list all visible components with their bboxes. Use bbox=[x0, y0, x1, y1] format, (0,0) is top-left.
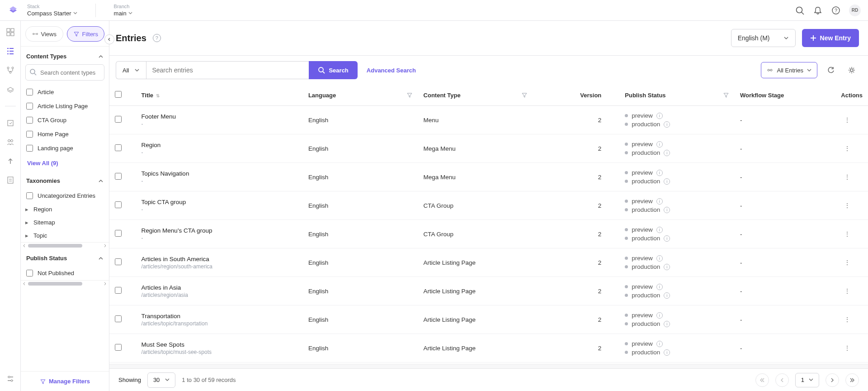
filters-tab[interactable]: Filters bbox=[67, 26, 105, 42]
app-logo[interactable] bbox=[7, 5, 19, 16]
notifications-icon[interactable] bbox=[813, 5, 823, 15]
info-icon[interactable]: i bbox=[664, 235, 670, 242]
sidebar-horizontal-scrollbar[interactable] bbox=[21, 280, 109, 286]
info-icon[interactable]: i bbox=[656, 141, 663, 148]
language-dropdown[interactable]: English (M) bbox=[731, 29, 796, 47]
info-icon[interactable]: i bbox=[656, 284, 663, 290]
row-menu-icon[interactable]: ⋮ bbox=[844, 174, 850, 181]
first-page-button[interactable] bbox=[755, 373, 769, 387]
table-row[interactable]: Topics Navigation- English Mega Menu 2 p… bbox=[109, 163, 868, 191]
advanced-search-link[interactable]: Advanced Search bbox=[367, 67, 416, 74]
sidebar-collapse-button[interactable] bbox=[104, 34, 114, 44]
table-row[interactable]: Footer Menu- English Menu 2 previewi pro… bbox=[109, 106, 868, 134]
column-content-type[interactable]: Content Type bbox=[418, 85, 533, 106]
row-menu-icon[interactable]: ⋮ bbox=[844, 316, 850, 323]
rail-dashboard-icon[interactable] bbox=[5, 27, 15, 37]
info-icon[interactable]: i bbox=[656, 227, 663, 233]
content-type-checkbox[interactable]: Landing page bbox=[21, 141, 109, 155]
publish-status-section-header[interactable]: Publish Status bbox=[21, 248, 109, 266]
content-type-checkbox[interactable]: CTA Group bbox=[21, 113, 109, 127]
content-types-section-header[interactable]: Content Types bbox=[21, 47, 109, 64]
filter-icon[interactable] bbox=[521, 92, 528, 98]
row-checkbox[interactable] bbox=[115, 173, 122, 180]
row-menu-icon[interactable]: ⋮ bbox=[844, 231, 850, 238]
rail-assets-icon[interactable] bbox=[5, 84, 15, 94]
column-language[interactable]: Language bbox=[303, 85, 418, 106]
row-checkbox[interactable] bbox=[115, 344, 122, 351]
search-type-dropdown[interactable]: All bbox=[116, 61, 146, 79]
help-icon[interactable]: ? bbox=[153, 34, 161, 42]
table-row[interactable]: Region- English Mega Menu 2 previewi pro… bbox=[109, 134, 868, 163]
content-type-checkbox[interactable]: Home Page bbox=[21, 127, 109, 141]
row-checkbox[interactable] bbox=[115, 116, 122, 123]
info-icon[interactable]: i bbox=[656, 113, 663, 119]
search-button[interactable]: Search bbox=[309, 61, 357, 79]
column-publish-status[interactable]: Publish Status bbox=[619, 85, 735, 106]
table-row[interactable]: Articles in South America/articles/regio… bbox=[109, 248, 868, 277]
info-icon[interactable]: i bbox=[664, 321, 670, 327]
table-row[interactable]: Must See Spots/articles/topic/must-see-s… bbox=[109, 334, 868, 362]
taxonomies-section-header[interactable]: Taxonomies bbox=[21, 171, 109, 189]
page-number-dropdown[interactable]: 1 bbox=[795, 373, 819, 387]
stack-dropdown[interactable]: Compass Starter bbox=[27, 10, 77, 17]
last-page-button[interactable] bbox=[845, 373, 859, 387]
refresh-button[interactable] bbox=[824, 63, 838, 77]
info-icon[interactable]: i bbox=[664, 150, 670, 156]
row-checkbox[interactable] bbox=[115, 287, 122, 294]
row-menu-icon[interactable]: ⋮ bbox=[844, 259, 850, 266]
search-input[interactable] bbox=[146, 61, 309, 79]
info-icon[interactable]: i bbox=[664, 292, 670, 299]
info-icon[interactable]: i bbox=[664, 121, 670, 128]
info-icon[interactable]: i bbox=[664, 349, 670, 356]
views-tab[interactable]: Views bbox=[25, 26, 63, 42]
row-checkbox[interactable] bbox=[115, 201, 122, 208]
table-horizontal-scrollbar[interactable] bbox=[109, 364, 868, 368]
uncategorized-checkbox[interactable]: Uncategorized Entries bbox=[21, 189, 109, 203]
table-row[interactable]: Topic CTA group- English CTA Group 2 pre… bbox=[109, 191, 868, 220]
row-menu-icon[interactable]: ⋮ bbox=[844, 202, 850, 209]
filter-icon[interactable] bbox=[723, 92, 729, 98]
all-entries-dropdown[interactable]: All Entries bbox=[761, 62, 817, 78]
taxonomy-item[interactable]: ▸Region bbox=[21, 203, 109, 216]
row-checkbox[interactable] bbox=[115, 230, 122, 237]
next-page-button[interactable] bbox=[826, 373, 839, 387]
info-icon[interactable]: i bbox=[656, 198, 663, 205]
table-row[interactable]: Region Menu's CTA group- English CTA Gro… bbox=[109, 220, 868, 248]
info-icon[interactable]: i bbox=[664, 264, 670, 270]
content-types-search-input[interactable] bbox=[25, 64, 104, 81]
not-published-checkbox[interactable]: Not Published bbox=[21, 266, 109, 280]
prev-page-button[interactable] bbox=[775, 373, 789, 387]
row-checkbox[interactable] bbox=[115, 315, 122, 322]
info-icon[interactable]: i bbox=[664, 178, 670, 185]
new-entry-button[interactable]: New Entry bbox=[802, 29, 859, 47]
row-menu-icon[interactable]: ⋮ bbox=[844, 117, 850, 124]
info-icon[interactable]: i bbox=[656, 255, 663, 262]
select-all-checkbox[interactable] bbox=[115, 91, 122, 98]
avatar[interactable]: RD bbox=[849, 5, 861, 16]
rail-branches-icon[interactable] bbox=[5, 65, 15, 75]
search-icon[interactable] bbox=[795, 5, 805, 15]
rail-publish-icon[interactable] bbox=[5, 156, 15, 166]
sidebar-horizontal-scrollbar[interactable] bbox=[21, 242, 109, 248]
rail-releases-icon[interactable] bbox=[5, 118, 15, 128]
rail-tasks-icon[interactable] bbox=[5, 175, 15, 185]
help-icon[interactable]: ? bbox=[831, 5, 841, 15]
filter-icon[interactable] bbox=[406, 92, 413, 98]
info-icon[interactable]: i bbox=[656, 170, 663, 176]
info-icon[interactable]: i bbox=[656, 312, 663, 319]
row-menu-icon[interactable]: ⋮ bbox=[844, 345, 850, 352]
content-type-checkbox[interactable]: Article Listing Page bbox=[21, 99, 109, 113]
taxonomy-item[interactable]: ▸Topic bbox=[21, 229, 109, 242]
manage-filters-button[interactable]: Manage Filters bbox=[21, 371, 109, 391]
view-all-link[interactable]: View All (9) bbox=[21, 155, 109, 171]
row-checkbox[interactable] bbox=[115, 144, 122, 151]
row-menu-icon[interactable]: ⋮ bbox=[844, 145, 850, 152]
table-row[interactable]: Transportation/articles/topic/transporta… bbox=[109, 305, 868, 334]
branch-dropdown[interactable]: main bbox=[114, 10, 132, 17]
per-page-dropdown[interactable]: 30 bbox=[147, 372, 175, 388]
taxonomy-item[interactable]: ▸Sitemap bbox=[21, 216, 109, 229]
column-title[interactable]: Title⇅ bbox=[136, 85, 303, 106]
column-workflow-stage[interactable]: Workflow Stage bbox=[735, 85, 827, 106]
table-row[interactable]: Articles in Asia/articles/region/asia En… bbox=[109, 277, 868, 305]
content-type-checkbox[interactable]: Article bbox=[21, 85, 109, 99]
